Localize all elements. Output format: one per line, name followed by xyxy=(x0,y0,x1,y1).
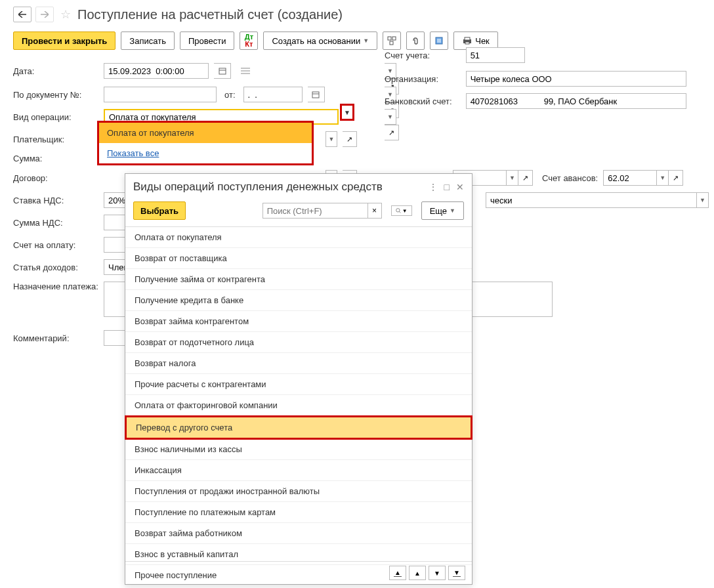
vatsum-label: Сумма НДС: xyxy=(13,218,98,228)
payer-dd[interactable]: ▼ xyxy=(326,131,337,147)
modal-close-icon[interactable]: ✕ xyxy=(456,182,464,192)
svg-rect-9 xyxy=(465,42,469,44)
payer-open[interactable]: ↗ xyxy=(343,131,357,147)
auto-input[interactable] xyxy=(486,192,697,208)
advance-dd[interactable]: ▼ xyxy=(657,170,669,186)
operation-type-row[interactable]: Возврат от подотчетного лица xyxy=(125,332,472,352)
docno-input[interactable] xyxy=(104,87,217,102)
vatrate-label: Ставка НДС: xyxy=(13,196,98,205)
docno-label: По документу №: xyxy=(13,90,98,100)
org-label: Организация: xyxy=(385,74,463,84)
from-label: от: xyxy=(224,90,236,100)
post-button[interactable]: Провести xyxy=(180,32,235,50)
caret-icon: ▼ xyxy=(363,37,369,44)
purpose-label: Назначение платежа: xyxy=(13,282,98,291)
account-input[interactable] xyxy=(466,47,525,63)
advance-label: Счет авансов: xyxy=(542,173,598,183)
date-input[interactable] xyxy=(104,63,209,79)
modal-more-button[interactable]: Еще ▼ xyxy=(421,201,464,220)
svg-rect-0 xyxy=(388,37,391,40)
date-label: Дата: xyxy=(13,66,98,76)
optype-label: Вид операции: xyxy=(13,112,98,122)
modal-search-input[interactable] xyxy=(262,203,368,219)
optype-show-all[interactable]: Показать все xyxy=(99,143,312,163)
modal-maximize-icon[interactable]: □ xyxy=(444,182,450,192)
svg-rect-8 xyxy=(465,37,470,40)
extra-dd[interactable]: ▼ xyxy=(507,170,518,186)
svg-line-18 xyxy=(399,211,400,213)
dtkt-button[interactable]: ДтКт xyxy=(240,32,258,50)
modal-search-button[interactable]: ▼ xyxy=(391,205,412,216)
extra-open[interactable]: ↗ xyxy=(518,170,533,186)
contract-label: Договор: xyxy=(13,173,98,183)
svg-rect-1 xyxy=(392,37,396,40)
invoice-label: Счет на оплату: xyxy=(13,240,98,250)
optype-option-selected[interactable]: Оплата от покупателя xyxy=(99,123,312,143)
advance-input[interactable] xyxy=(603,170,657,186)
optype-dropdown: Оплата от покупателя Показать все xyxy=(97,121,314,165)
modal-search-clear[interactable]: × xyxy=(368,203,382,219)
comment-label: Комментарий: xyxy=(13,333,98,343)
income-label: Статья доходов: xyxy=(13,262,98,272)
svg-point-17 xyxy=(396,209,399,212)
bankacc-open[interactable]: ↗ xyxy=(385,125,399,140)
operation-type-row[interactable]: Получение займа от контрагента xyxy=(125,269,472,290)
modal-select-button[interactable]: Выбрать xyxy=(133,201,186,220)
calendar-button[interactable] xyxy=(214,63,231,79)
forward-button[interactable] xyxy=(35,7,54,22)
modal-title: Виды операций поступления денежных средс… xyxy=(133,180,422,194)
printer-icon xyxy=(462,37,472,45)
operation-type-row[interactable]: Возврат займа контрагентом xyxy=(125,311,472,332)
bankacc-input[interactable] xyxy=(466,93,686,109)
operation-type-row[interactable]: Возврат от поставщика xyxy=(125,248,472,269)
bankacc-dd[interactable]: ▼ xyxy=(385,109,396,125)
modal-more-icon[interactable]: ⋮ xyxy=(429,182,438,192)
favorite-icon[interactable]: ☆ xyxy=(60,7,71,22)
operation-type-row[interactable]: Получение кредита в банке xyxy=(125,290,472,311)
submit-button[interactable]: Провести и закрыть xyxy=(13,32,116,50)
page-title: Поступление на расчетный счет (создание) xyxy=(77,7,343,22)
docno-calendar[interactable] xyxy=(308,87,325,102)
operation-type-row[interactable]: Оплата от покупателя xyxy=(125,227,472,248)
bankacc-label: Банковский счет: xyxy=(385,96,463,106)
payer-label: Плательщик: xyxy=(13,135,98,144)
svg-rect-15 xyxy=(312,92,319,98)
auto-dd[interactable]: ▼ xyxy=(697,192,709,208)
save-button[interactable]: Записать xyxy=(121,32,175,50)
optype-dropdown-button[interactable]: ▼ xyxy=(340,104,354,121)
back-button[interactable] xyxy=(13,7,32,22)
org-input[interactable] xyxy=(466,71,686,87)
account-label: Счет учета: xyxy=(385,51,463,60)
svg-rect-2 xyxy=(390,41,393,45)
operation-types-modal: Виды операций поступления денежных средс… xyxy=(125,173,472,352)
svg-rect-10 xyxy=(219,68,226,74)
list-icon-button[interactable] xyxy=(236,62,255,80)
sum-label: Сумма: xyxy=(13,154,98,163)
docno-date-input[interactable] xyxy=(243,87,303,102)
advance-open[interactable]: ↗ xyxy=(669,170,683,186)
create-based-button[interactable]: Создать на основании ▼ xyxy=(263,32,377,50)
